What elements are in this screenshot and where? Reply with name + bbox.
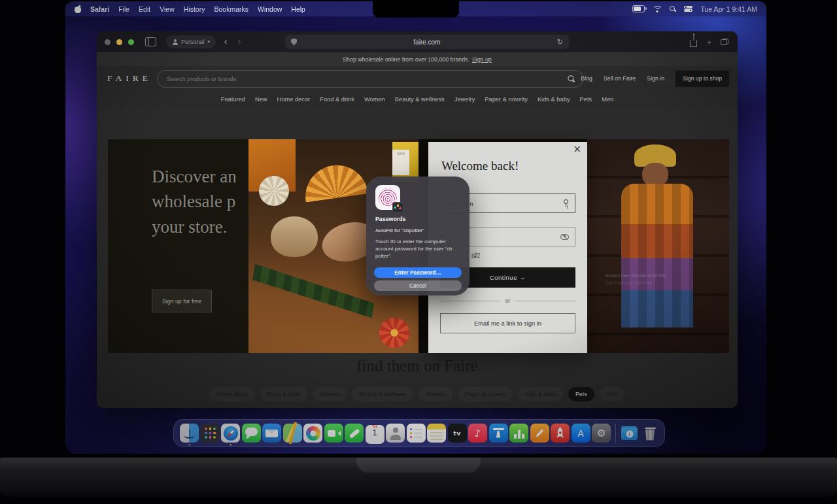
or-divider: or: [440, 297, 575, 304]
dock: Tue1 tv A ⚙: [173, 419, 665, 447]
menu-window[interactable]: Window: [258, 5, 282, 13]
menu-history[interactable]: History: [184, 5, 205, 13]
blog-link[interactable]: Blog: [581, 75, 592, 82]
pill-home-decor[interactable]: Home decor: [209, 387, 255, 401]
dock-photos[interactable]: [303, 424, 322, 443]
dock-pages[interactable]: [530, 424, 549, 443]
pill-pets-selected[interactable]: Pets: [568, 387, 594, 401]
pages-icon: [530, 424, 549, 443]
share-icon[interactable]: [690, 40, 697, 47]
dock-contacts[interactable]: [386, 424, 405, 443]
dock-reminders[interactable]: [407, 424, 426, 443]
dock-maps[interactable]: [283, 424, 302, 443]
dock-keynote[interactable]: [489, 424, 508, 443]
pill-food-drink[interactable]: Food & drink: [260, 387, 307, 401]
menu-edit[interactable]: Edit: [139, 5, 150, 13]
forward-button[interactable]: ›: [235, 37, 243, 47]
search-icon[interactable]: [568, 75, 575, 83]
menu-help[interactable]: Help: [291, 5, 305, 13]
pill-jewelry[interactable]: Jewelry: [418, 387, 453, 401]
dock-phone[interactable]: [345, 424, 364, 443]
dock-messages[interactable]: [242, 424, 261, 443]
profile-chip[interactable]: Personal ▾: [166, 35, 216, 48]
dock-mail[interactable]: [262, 424, 281, 443]
nav-men[interactable]: Men: [602, 96, 613, 103]
nav-paper-novelty[interactable]: Paper & novelty: [485, 96, 528, 103]
new-tab-icon[interactable]: +: [706, 38, 711, 46]
photo-caption: Howard Gee, Founder of All This San Fran…: [606, 273, 728, 287]
enter-password-button[interactable]: Enter Password…: [374, 267, 462, 278]
pill-men[interactable]: Men: [600, 387, 625, 401]
promo-signup-link[interactable]: Sign up: [472, 56, 492, 63]
dock-system-settings[interactable]: ⚙: [592, 424, 611, 443]
address-bar[interactable]: faire.com ↻: [285, 35, 569, 49]
window-zoom-button[interactable]: [128, 39, 134, 45]
nav-kids-baby[interactable]: Kids & baby: [538, 96, 570, 103]
dock-finder[interactable]: [180, 424, 199, 443]
lid-opening-scoop: [356, 458, 481, 473]
menu-file[interactable]: File: [118, 5, 129, 13]
sign-up-to-shop-button[interactable]: Sign up to shop: [675, 71, 729, 87]
sign-in-link[interactable]: Sign in: [647, 75, 664, 82]
dock-app-store[interactable]: A: [572, 424, 590, 443]
search-input[interactable]: [165, 75, 563, 83]
photo-label-card: SAIN: [392, 150, 409, 175]
spotlight-search-icon[interactable]: [670, 6, 676, 12]
nav-beauty-wellness[interactable]: Beauty & wellness: [395, 96, 445, 103]
menu-app-name[interactable]: Safari: [90, 5, 109, 13]
nav-new[interactable]: New: [255, 96, 267, 103]
pill-women[interactable]: Women: [313, 387, 347, 401]
battery-icon[interactable]: [632, 5, 645, 12]
tab-overview-icon[interactable]: [721, 39, 728, 45]
launchpad-icon: [201, 424, 220, 443]
dialog-autofill-line: AutoFill for “cbpotter”: [375, 227, 424, 233]
nav-featured[interactable]: Featured: [221, 96, 245, 103]
nav-food-drink[interactable]: Food & drink: [320, 96, 354, 103]
menu-bookmarks[interactable]: Bookmarks: [214, 5, 248, 13]
dock-launchpad[interactable]: [201, 424, 220, 443]
back-button[interactable]: ‹: [222, 37, 230, 47]
wifi-icon[interactable]: [653, 6, 662, 12]
dock-downloads[interactable]: [620, 424, 639, 443]
window-close-button[interactable]: [105, 39, 111, 45]
apple-logo-icon[interactable]: [75, 5, 81, 13]
dock-calendar[interactable]: Tue1: [366, 422, 384, 444]
system-settings-gear-icon: ⚙: [592, 424, 611, 443]
pill-beauty-wellness[interactable]: Beauty & wellness: [352, 387, 413, 401]
sidebar-toggle-icon[interactable]: [145, 37, 156, 46]
dock-notes[interactable]: [427, 424, 446, 443]
nav-home-decor[interactable]: Home decor: [277, 96, 311, 103]
dock-tv[interactable]: tv: [448, 424, 467, 443]
cancel-button[interactable]: Cancel: [374, 280, 462, 291]
faire-logo[interactable]: FAIRE: [107, 73, 152, 84]
nav-pets[interactable]: Pets: [580, 96, 592, 103]
password-key-icon[interactable]: [562, 199, 569, 207]
dock-safari[interactable]: [221, 424, 240, 443]
privacy-shield-icon[interactable]: [291, 39, 297, 46]
dock-trash[interactable]: [641, 424, 660, 443]
pill-kids-baby[interactable]: Kids & baby: [518, 387, 563, 401]
email-link-button[interactable]: Email me a link to sign in: [440, 313, 575, 333]
reminders-icon: [407, 424, 426, 443]
menu-view[interactable]: View: [160, 5, 175, 13]
pill-paper-novelty[interactable]: Paper & novelty: [458, 387, 513, 401]
window-minimize-button[interactable]: [116, 39, 122, 45]
reload-icon[interactable]: ↻: [557, 38, 563, 46]
photo-garland: [248, 249, 380, 335]
dock-facetime[interactable]: [324, 424, 343, 443]
dock-numbers[interactable]: [509, 424, 528, 443]
control-center-icon[interactable]: [684, 6, 692, 12]
menu-bar-clock[interactable]: Tue Apr 1 9:41 AM: [700, 5, 757, 13]
sign-up-for-free-button[interactable]: Sign up for free: [152, 290, 212, 312]
rocket-icon: [551, 424, 570, 443]
site-search[interactable]: [157, 70, 583, 88]
dock-rocket[interactable]: [551, 424, 570, 443]
forgot-password-link[interactable]: rd?: [471, 252, 480, 258]
close-icon[interactable]: ×: [573, 144, 581, 154]
sell-on-faire-link[interactable]: Sell on Faire: [604, 75, 636, 82]
show-password-eye-icon[interactable]: [560, 234, 569, 240]
url-text[interactable]: faire.com: [297, 39, 557, 46]
nav-jewelry[interactable]: Jewelry: [454, 96, 475, 103]
nav-women[interactable]: Women: [364, 96, 385, 103]
dock-music[interactable]: [468, 424, 487, 443]
